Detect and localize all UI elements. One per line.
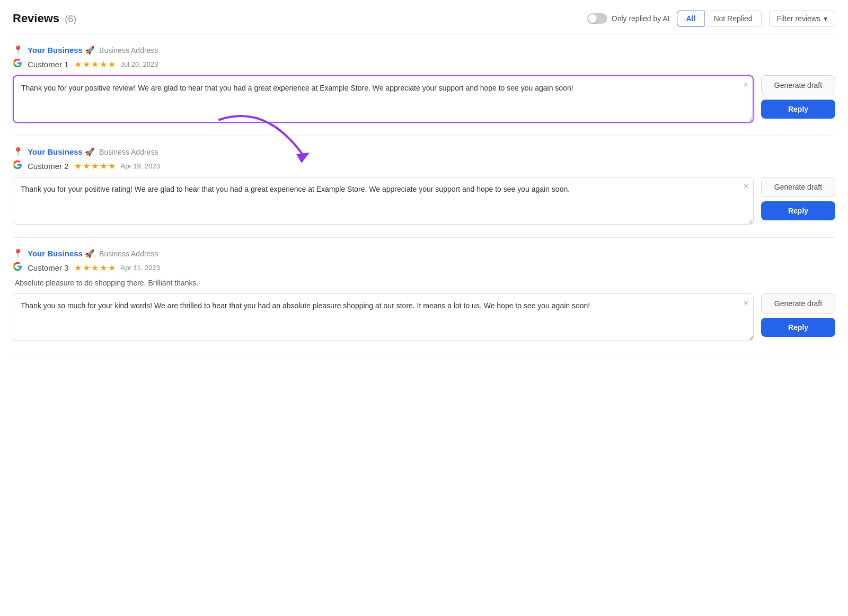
business-row: 📍 Your Business 🚀 Business Address — [13, 147, 835, 157]
toggle-label: Only replied by AI — [587, 13, 670, 24]
review-card-1: 📍 Your Business 🚀 Business Address Custo… — [13, 45, 835, 136]
business-name: Your Business 🚀 — [28, 46, 95, 55]
review-count: (6) — [65, 14, 76, 24]
star-icon: ★ — [74, 161, 82, 171]
filter-dropdown[interactable]: Filter reviews ▾ — [769, 11, 835, 26]
generate-draft-button[interactable]: Generate draft — [761, 75, 835, 95]
reply-textarea[interactable]: Thank you so much for your kind words! W… — [13, 293, 754, 341]
customer-name: Customer 1 — [28, 60, 69, 69]
generate-draft-button[interactable]: Generate draft — [761, 293, 835, 314]
filter-dropdown-label: Filter reviews — [777, 14, 820, 23]
star-rating: ★★★★★ — [74, 59, 116, 69]
location-icon: 📍 — [13, 147, 23, 157]
chevron-down-icon: ▾ — [824, 14, 827, 23]
clear-button[interactable]: × — [744, 81, 748, 89]
business-name: Your Business 🚀 — [28, 249, 95, 258]
google-logo — [13, 160, 22, 172]
business-address: Business Address — [99, 249, 158, 258]
location-icon: 📍 — [13, 45, 23, 55]
review-date: Jul 20, 2023 — [121, 60, 158, 68]
page-title: Reviews (6) — [13, 12, 76, 25]
business-name: Your Business 🚀 — [28, 147, 95, 157]
star-icon: ★ — [83, 59, 90, 69]
star-icon: ★ — [91, 161, 99, 171]
business-row: 📍 Your Business 🚀 Business Address — [13, 45, 835, 55]
star-rating: ★★★★★ — [74, 161, 116, 171]
reply-button[interactable]: Reply — [761, 201, 835, 220]
toggle-thumb — [588, 14, 597, 23]
star-icon: ★ — [83, 161, 90, 171]
star-icon: ★ — [108, 161, 116, 171]
reply-actions: Generate draft Reply — [761, 75, 835, 119]
textarea-wrapper: Thank you so much for your kind words! W… — [13, 293, 754, 343]
reply-textarea[interactable]: Thank you for your positive review! We a… — [13, 75, 754, 123]
customer-name: Customer 2 — [28, 162, 69, 171]
customer-row: Customer 2 ★★★★★ Apr 19, 2023 — [13, 160, 835, 172]
star-icon: ★ — [100, 59, 107, 69]
header-controls: Only replied by AI All Not Replied Filte… — [587, 11, 835, 26]
reply-button[interactable]: Reply — [761, 318, 835, 337]
title-text: Reviews — [13, 12, 59, 25]
reply-area: Thank you for your positive rating! We a… — [13, 177, 835, 227]
google-logo — [13, 262, 22, 273]
star-icon: ★ — [91, 263, 99, 273]
star-icon: ★ — [91, 59, 99, 69]
textarea-wrapper: Thank you for your positive review! We a… — [13, 75, 754, 125]
review-card-3: 📍 Your Business 🚀 Business Address Custo… — [13, 248, 835, 354]
business-row: 📍 Your Business 🚀 Business Address — [13, 248, 835, 258]
generate-draft-button[interactable]: Generate draft — [761, 177, 835, 197]
clear-button[interactable]: × — [744, 182, 748, 191]
star-icon: ★ — [74, 59, 82, 69]
google-logo — [13, 58, 22, 70]
filter-group: All Not Replied — [677, 11, 761, 26]
reply-actions: Generate draft Reply — [761, 293, 835, 337]
star-rating: ★★★★★ — [74, 263, 116, 273]
customer-row: Customer 1 ★★★★★ Jul 20, 2023 — [13, 58, 835, 70]
star-icon: ★ — [100, 161, 107, 171]
reply-area: Thank you for your positive review! We a… — [13, 75, 835, 125]
business-address: Business Address — [99, 46, 158, 55]
star-icon: ★ — [108, 59, 116, 69]
customer-row: Customer 3 ★★★★★ Apr 11, 2023 — [13, 262, 835, 273]
reply-actions: Generate draft Reply — [761, 177, 835, 220]
reply-area: Thank you so much for your kind words! W… — [13, 293, 835, 343]
textarea-wrapper: Thank you for your positive rating! We a… — [13, 177, 754, 227]
page-header: Reviews (6) Only replied by AI All Not R… — [13, 11, 835, 34]
customer-name: Customer 3 — [28, 263, 69, 272]
review-date: Apr 11, 2023 — [121, 264, 160, 272]
reply-button[interactable]: Reply — [761, 100, 835, 119]
ai-reply-toggle[interactable] — [587, 13, 607, 24]
review-card-2: 📍 Your Business 🚀 Business Address Custo… — [13, 147, 835, 238]
clear-button[interactable]: × — [744, 299, 748, 307]
filter-not-replied-button[interactable]: Not Replied — [704, 11, 761, 26]
reviews-container: 📍 Your Business 🚀 Business Address Custo… — [13, 45, 835, 354]
business-address: Business Address — [99, 148, 158, 156]
filter-all-button[interactable]: All — [677, 11, 704, 26]
location-icon: 📍 — [13, 248, 23, 258]
star-icon: ★ — [83, 263, 90, 273]
reply-textarea[interactable]: Thank you for your positive rating! We a… — [13, 177, 754, 225]
star-icon: ★ — [74, 263, 82, 273]
review-date: Apr 19, 2023 — [121, 162, 160, 170]
toggle-text: Only replied by AI — [612, 14, 670, 23]
star-icon: ★ — [108, 263, 116, 273]
star-icon: ★ — [100, 263, 107, 273]
review-text: Absolute pleasure to do shopping there. … — [13, 279, 835, 287]
